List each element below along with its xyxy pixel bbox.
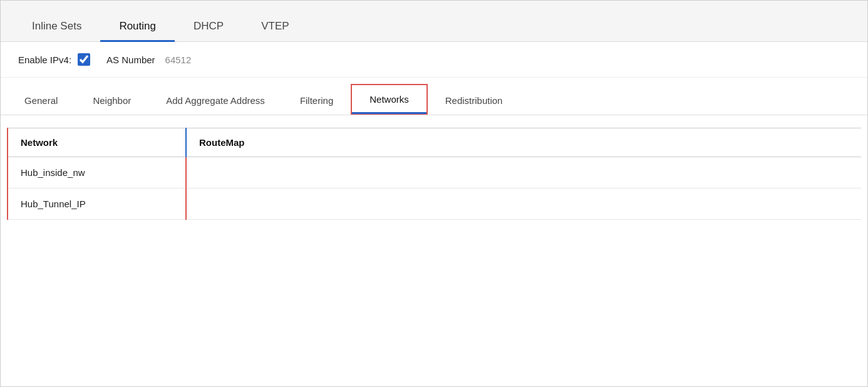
cell-routemap-1: [186, 188, 861, 220]
table-row: Hub_inside_nw: [8, 157, 861, 188]
tab-routing[interactable]: Routing: [100, 11, 175, 41]
tab-redistribution[interactable]: Redistribution: [428, 86, 520, 115]
tab-vtep[interactable]: VTEP: [242, 11, 307, 41]
tab-neighbor[interactable]: Neighbor: [75, 86, 148, 115]
networks-table: Network RouteMap Hub_inside_nw Hub_Tunne…: [7, 128, 861, 220]
ipv4-row: Enable IPv4: AS Number 64512: [1, 42, 867, 78]
cell-network-1: Hub_Tunnel_IP: [8, 188, 186, 220]
as-number-label: AS Number: [106, 54, 155, 65]
main-container: Inline Sets Routing DHCP VTEP Enable IPv…: [0, 0, 868, 387]
cell-network-0: Hub_inside_nw: [8, 157, 186, 188]
cell-routemap-0: [186, 157, 861, 188]
top-tab-bar: Inline Sets Routing DHCP VTEP: [1, 1, 867, 42]
tab-dhcp[interactable]: DHCP: [175, 11, 242, 41]
tab-add-aggregate-address[interactable]: Add Aggregate Address: [148, 86, 282, 115]
tab-filtering[interactable]: Filtering: [282, 86, 351, 115]
tab-inline-sets[interactable]: Inline Sets: [13, 11, 100, 41]
sub-tab-bar: General Neighbor Add Aggregate Address F…: [1, 78, 867, 115]
column-header-network: Network: [8, 128, 186, 157]
content-area: Network RouteMap Hub_inside_nw Hub_Tunne…: [1, 115, 867, 386]
column-header-routemap: RouteMap: [186, 128, 861, 157]
as-number-value: 64512: [165, 54, 192, 65]
tab-networks[interactable]: Networks: [351, 84, 428, 115]
tab-general[interactable]: General: [7, 86, 75, 115]
enable-ipv4-label: Enable IPv4:: [18, 54, 71, 65]
table-row: Hub_Tunnel_IP: [8, 188, 861, 220]
enable-ipv4-checkbox[interactable]: [78, 53, 90, 66]
